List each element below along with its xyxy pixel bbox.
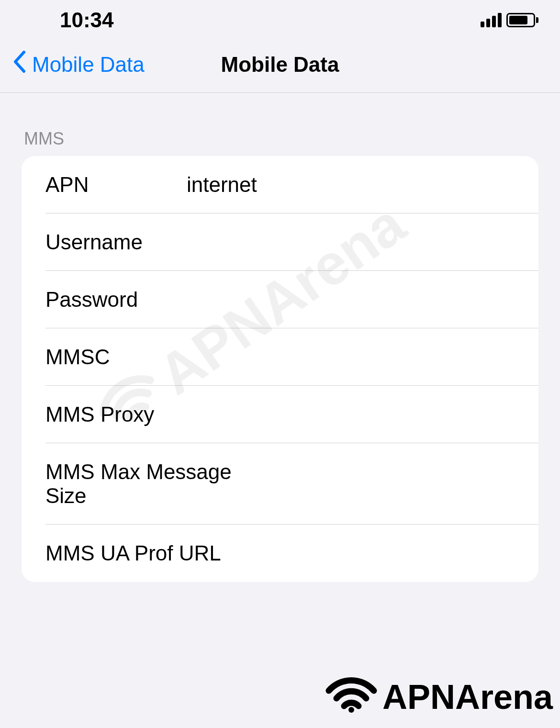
footer-brand: APNArena	[325, 672, 553, 721]
row-mms-ua-prof-url[interactable]: MMS UA Prof URL	[22, 525, 538, 582]
row-mms-max-message-size[interactable]: MMS Max Message Size	[22, 443, 538, 525]
page-title: Mobile Data	[221, 53, 339, 77]
row-apn[interactable]: APN	[22, 156, 538, 213]
row-password[interactable]: Password	[22, 271, 538, 328]
settings-group-mms: APN Username Password MMSC MMS Proxy MMS…	[22, 156, 538, 582]
status-icons	[481, 13, 538, 27]
label-apn: APN	[45, 173, 187, 197]
label-mms-proxy: MMS Proxy	[45, 403, 187, 426]
row-mmsc[interactable]: MMSC	[22, 328, 538, 386]
section-header-mms: MMS	[22, 93, 538, 156]
input-apn[interactable]	[187, 173, 538, 197]
row-username[interactable]: Username	[22, 213, 538, 271]
navigation-bar: Mobile Data Mobile Data	[0, 36, 560, 93]
cellular-signal-icon	[481, 13, 502, 27]
label-mmsc: MMSC	[45, 345, 187, 369]
back-label: Mobile Data	[32, 53, 145, 77]
battery-icon	[506, 13, 538, 27]
row-mms-proxy[interactable]: MMS Proxy	[22, 386, 538, 443]
footer-brand-text: APNArena	[382, 677, 553, 717]
input-mmsc[interactable]	[187, 345, 538, 369]
status-time: 10:34	[60, 8, 114, 32]
input-mms-max-message-size[interactable]	[276, 472, 538, 496]
label-mms-ua-prof-url: MMS UA Prof URL	[45, 541, 221, 565]
back-button[interactable]: Mobile Data	[12, 50, 145, 79]
input-username[interactable]	[187, 230, 538, 254]
label-username: Username	[45, 230, 187, 254]
label-password: Password	[45, 288, 187, 312]
chevron-left-icon	[12, 50, 26, 79]
label-mms-max-message-size: MMS Max Message Size	[45, 460, 276, 508]
svg-point-1	[348, 707, 354, 713]
input-mms-proxy[interactable]	[187, 403, 538, 426]
input-password[interactable]	[187, 288, 538, 312]
wifi-icon	[325, 672, 382, 721]
input-mms-ua-prof-url[interactable]	[221, 541, 538, 565]
content-area: MMS APN Username Password MMSC MMS Proxy	[0, 93, 560, 728]
status-bar: 10:34	[0, 0, 560, 36]
